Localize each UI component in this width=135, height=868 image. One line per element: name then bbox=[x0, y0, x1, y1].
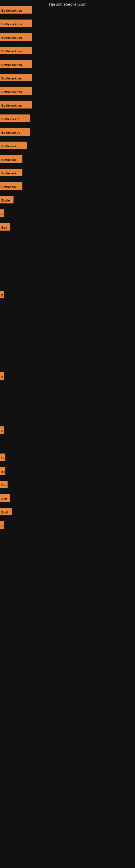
bottleneck-label-26: B bbox=[0, 521, 4, 529]
bottleneck-label-1: Bottleneck res bbox=[0, 6, 32, 13]
bottleneck-label-3: Bottleneck res bbox=[0, 33, 32, 41]
bottleneck-label-11: Bottleneck r bbox=[0, 142, 27, 149]
bottleneck-label-10: Bottleneck re bbox=[0, 128, 30, 135]
bottleneck-label-7: Bottleneck res bbox=[0, 87, 32, 95]
bottleneck-label-23: Bot bbox=[0, 480, 8, 488]
bottleneck-label-21: Bo bbox=[0, 454, 5, 461]
bottleneck-label-13: Bottleneck bbox=[0, 169, 22, 176]
bottleneck-label-4: Bottleneck res bbox=[0, 46, 32, 54]
bottleneck-label-16: B bbox=[0, 209, 4, 217]
bottleneck-label-6: Bottleneck res bbox=[0, 74, 32, 82]
bottleneck-label-24: Bott bbox=[0, 494, 10, 502]
bottleneck-label-18: B bbox=[0, 291, 4, 299]
bottleneck-label-12: Bottleneck bbox=[0, 155, 22, 163]
bottleneck-label-22: Bo bbox=[0, 467, 5, 475]
bottleneck-label-9: Bottleneck re bbox=[0, 115, 30, 122]
bottleneck-label-19: B bbox=[0, 372, 4, 380]
bottleneck-label-20: R bbox=[0, 426, 4, 434]
bottleneck-label-15: Bottle bbox=[0, 196, 13, 204]
bottleneck-label-25: Bottl bbox=[0, 508, 12, 516]
bottleneck-label-14: Bottleneck bbox=[0, 182, 22, 190]
bottleneck-label-2: Bottleneck res bbox=[0, 20, 32, 27]
bottleneck-label-8: Bottleneck res bbox=[0, 101, 32, 108]
bottleneck-label-17: Bott bbox=[0, 223, 10, 230]
bottleneck-label-5: Bottleneck res bbox=[0, 60, 32, 68]
